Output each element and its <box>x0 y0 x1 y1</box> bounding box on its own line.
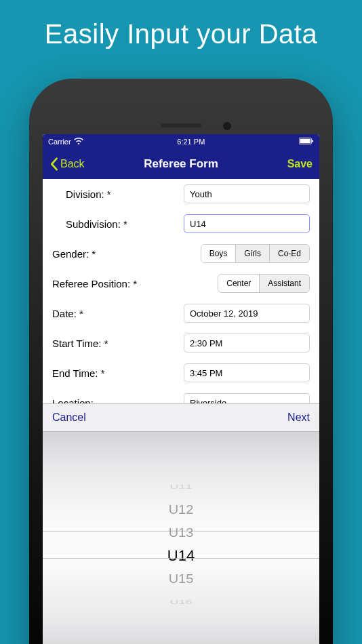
picker-next-button[interactable]: Next <box>287 411 310 424</box>
camera-dot <box>223 122 231 130</box>
phone-screen: Carrier 6:21 PM Back Referee Form Save <box>43 134 319 644</box>
phone-notch <box>43 92 319 134</box>
input-division[interactable] <box>184 184 310 203</box>
label-date: Date: * <box>52 308 184 319</box>
status-time: 6:21 PM <box>83 138 299 146</box>
input-date[interactable] <box>184 304 310 323</box>
picker-cancel-button[interactable]: Cancel <box>52 411 86 424</box>
label-end-time: End Time: * <box>52 367 184 379</box>
seg-ref-center[interactable]: Center <box>218 275 260 292</box>
wifi-icon <box>74 138 83 146</box>
seg-gender-girls[interactable]: Girls <box>236 245 270 262</box>
picker-wheel[interactable]: U11 U12 U13 U14 U15 U16 <box>43 432 319 644</box>
promo-title: Easily Input your Data <box>0 0 362 49</box>
label-referee-position: Referee Position: * <box>52 278 218 289</box>
form-area: Division: * Subdivision: * Gender: * Boy… <box>43 179 319 403</box>
back-label: Back <box>60 158 85 170</box>
status-bar: Carrier 6:21 PM <box>43 134 319 149</box>
label-location: Location: <box>52 397 184 404</box>
picker-item-u16[interactable]: U16 <box>169 595 192 608</box>
row-subdivision: Subdivision: * <box>43 209 319 239</box>
seg-gender-coed[interactable]: Co-Ed <box>270 245 309 262</box>
speaker-grille <box>161 123 201 127</box>
nav-bar: Back Referee Form Save <box>43 149 319 179</box>
carrier-label: Carrier <box>48 138 71 146</box>
row-start-time: Start Time: * <box>43 328 319 358</box>
chevron-left-icon <box>49 157 58 171</box>
seg-gender-boys[interactable]: Boys <box>201 245 237 262</box>
battery-icon <box>299 138 314 146</box>
save-button[interactable]: Save <box>287 158 313 170</box>
segmented-ref-position: Center Assistant <box>218 274 310 293</box>
row-referee-position: Referee Position: * Center Assistant <box>43 268 319 298</box>
svg-rect-1 <box>300 139 310 143</box>
label-start-time: Start Time: * <box>52 338 184 349</box>
label-gender: Gender: * <box>52 248 201 260</box>
label-division: Division: * <box>66 188 184 200</box>
row-date: Date: * <box>43 298 319 328</box>
label-subdivision: Subdivision: * <box>66 218 184 230</box>
row-location: Location: <box>43 388 319 403</box>
picker-item-u14[interactable]: U14 <box>167 544 195 567</box>
phone-frame: Carrier 6:21 PM Back Referee Form Save <box>32 81 330 644</box>
input-location[interactable] <box>184 393 310 403</box>
picker-item-u13[interactable]: U13 <box>169 522 194 543</box>
row-division: Division: * <box>43 179 319 209</box>
seg-ref-assistant[interactable]: Assistant <box>260 275 309 292</box>
input-start-time[interactable] <box>184 334 310 353</box>
picker-item-u15[interactable]: U15 <box>169 568 194 589</box>
row-end-time: End Time: * <box>43 358 319 388</box>
input-end-time[interactable] <box>184 363 310 382</box>
picker-toolbar: Cancel Next <box>43 403 319 432</box>
segmented-gender: Boys Girls Co-Ed <box>201 244 310 263</box>
picker-item-u12[interactable]: U12 <box>169 499 194 520</box>
back-button[interactable]: Back <box>49 157 85 171</box>
picker-item-u11[interactable]: U11 <box>169 480 192 493</box>
row-gender: Gender: * Boys Girls Co-Ed <box>43 239 319 268</box>
svg-rect-2 <box>312 140 313 142</box>
input-subdivision[interactable] <box>184 214 310 233</box>
